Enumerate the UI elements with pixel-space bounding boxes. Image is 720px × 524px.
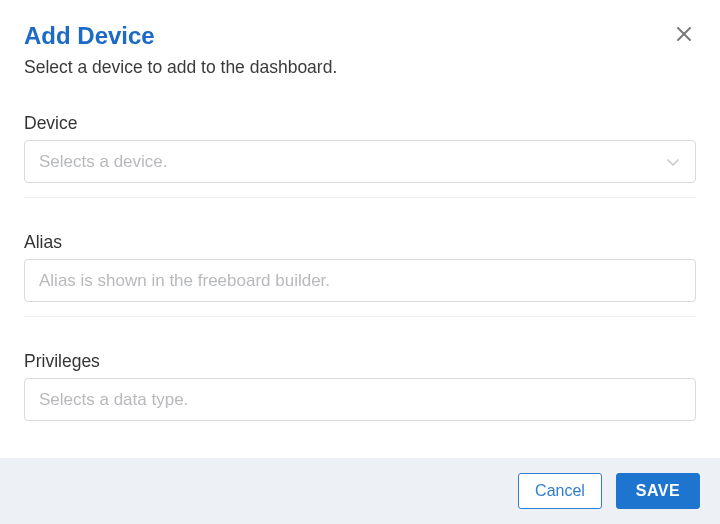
privileges-select[interactable]: Selects a data type. (24, 378, 696, 421)
field-privileges: Privileges Selects a data type. (24, 351, 696, 435)
dialog-title: Add Device (24, 22, 337, 51)
close-icon (674, 24, 694, 44)
dialog-subtitle: Select a device to add to the dashboard. (24, 55, 337, 80)
alias-input[interactable] (39, 260, 681, 301)
header-text: Add Device Select a device to add to the… (24, 22, 337, 79)
privileges-label: Privileges (24, 351, 696, 372)
alias-input-wrap (24, 259, 696, 302)
device-select[interactable]: Selects a device. (24, 140, 696, 183)
privileges-select-placeholder: Selects a data type. (39, 390, 188, 410)
field-alias: Alias (24, 232, 696, 317)
dialog-header: Add Device Select a device to add to the… (24, 22, 696, 79)
alias-label: Alias (24, 232, 696, 253)
device-select-placeholder: Selects a device. (39, 152, 168, 172)
cancel-button[interactable]: Cancel (518, 473, 602, 509)
dialog-content: Add Device Select a device to add to the… (0, 0, 720, 458)
add-device-dialog: Add Device Select a device to add to the… (0, 0, 720, 524)
device-label: Device (24, 113, 696, 134)
chevron-down-icon (665, 154, 681, 170)
save-button[interactable]: SAVE (616, 473, 700, 509)
close-button[interactable] (672, 22, 696, 46)
dialog-footer: Cancel SAVE (0, 458, 720, 524)
field-device: Device Selects a device. (24, 113, 696, 198)
